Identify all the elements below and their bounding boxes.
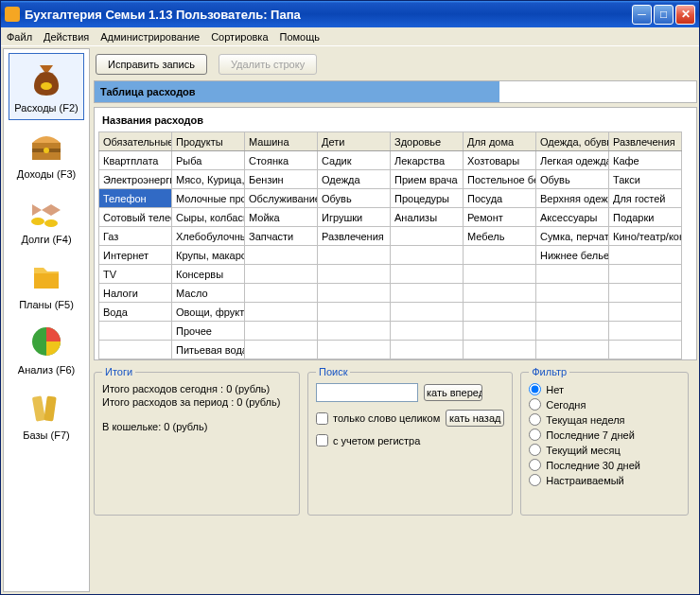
table-cell[interactable]: [391, 284, 464, 303]
search-input[interactable]: [316, 383, 418, 402]
delete-row-button[interactable]: Удалить строку: [219, 54, 317, 75]
menu-item-actions[interactable]: Действия: [44, 31, 89, 43]
nav-plans[interactable]: Планы (F5): [9, 251, 84, 316]
table-cell[interactable]: Рыба: [172, 151, 245, 170]
table-cell[interactable]: Сыры, колбасы: [172, 208, 245, 227]
table-cell[interactable]: Нижнее белье: [536, 246, 609, 265]
table-cell[interactable]: [464, 284, 536, 303]
table-cell[interactable]: Бензин: [245, 170, 318, 189]
table-cell[interactable]: [318, 341, 391, 359]
column-header[interactable]: Продукты: [172, 132, 245, 151]
table-cell[interactable]: [245, 246, 318, 265]
table-cell[interactable]: [464, 303, 536, 322]
table-cell[interactable]: [609, 303, 682, 322]
column-header[interactable]: Дети: [318, 132, 391, 151]
table-cell[interactable]: Аксессуары: [536, 208, 609, 227]
column-header[interactable]: Развлечения: [609, 132, 682, 151]
table-cell[interactable]: [536, 265, 609, 284]
table-cell[interactable]: Ремонт: [464, 208, 536, 227]
table-cell[interactable]: Масло: [172, 284, 245, 303]
maximize-button[interactable]: □: [654, 5, 674, 25]
table-cell[interactable]: [609, 284, 682, 303]
table-cell[interactable]: Развлечения: [318, 227, 391, 246]
minimize-button[interactable]: ─: [632, 5, 652, 25]
nav-debts[interactable]: Долги (F4): [9, 185, 84, 251]
column-header[interactable]: Одежда, обувь: [536, 132, 609, 151]
menu-item-file[interactable]: Файл: [7, 31, 32, 43]
column-header[interactable]: Здоровье: [391, 132, 464, 151]
table-cell[interactable]: Лекарства: [391, 151, 464, 170]
table-cell[interactable]: Питьевая вода: [172, 341, 245, 359]
search-forward-button[interactable]: кать вперед: [424, 384, 482, 401]
table-cell[interactable]: Кафе: [609, 151, 682, 170]
table-cell[interactable]: Интернет: [99, 246, 172, 265]
close-button[interactable]: ✕: [675, 5, 695, 25]
table-cell[interactable]: [391, 303, 464, 322]
table-cell[interactable]: [318, 265, 391, 284]
table-cell[interactable]: [609, 341, 682, 359]
table-cell[interactable]: [245, 284, 318, 303]
table-cell[interactable]: Процедуры: [391, 189, 464, 208]
table-cell[interactable]: Прием врача: [391, 170, 464, 189]
table-cell[interactable]: [99, 322, 172, 341]
table-cell[interactable]: [536, 284, 609, 303]
nav-databases[interactable]: Базы (F7): [9, 381, 84, 446]
table-cell[interactable]: Сотовый телефон: [99, 208, 172, 227]
table-cell[interactable]: [318, 322, 391, 341]
column-header[interactable]: Для дома: [464, 132, 536, 151]
table-cell[interactable]: Стоянка: [245, 151, 318, 170]
table-cell[interactable]: Телефон: [99, 189, 172, 208]
table-cell[interactable]: Одежда: [318, 170, 391, 189]
table-cell[interactable]: Игрушки: [318, 208, 391, 227]
table-cell[interactable]: Анализы: [391, 208, 464, 227]
filter-radio[interactable]: [529, 413, 541, 426]
table-cell[interactable]: Налоги: [99, 284, 172, 303]
table-cell[interactable]: [464, 246, 536, 265]
column-header[interactable]: Машина: [245, 132, 318, 151]
menu-item-sort[interactable]: Сортировка: [211, 31, 268, 43]
table-cell[interactable]: Молочные продукты: [172, 189, 245, 208]
table-cell[interactable]: [318, 246, 391, 265]
menu-item-help[interactable]: Помощь: [280, 31, 321, 43]
table-cell[interactable]: [609, 246, 682, 265]
filter-radio[interactable]: [529, 444, 541, 456]
table-cell[interactable]: [464, 265, 536, 284]
table-cell[interactable]: Электроэнергия: [99, 170, 172, 189]
nav-analysis[interactable]: Анализ (F6): [9, 316, 84, 381]
edit-record-button[interactable]: Исправить запись: [96, 54, 207, 75]
table-cell[interactable]: [391, 227, 464, 246]
table-cell[interactable]: Вода: [99, 303, 172, 322]
table-cell[interactable]: Мясо, Курица, Свинина: [172, 170, 245, 189]
table-cell[interactable]: Крупы, макароны: [172, 246, 245, 265]
table-cell[interactable]: Легкая одежда: [536, 151, 609, 170]
table-cell[interactable]: Обувь: [318, 189, 391, 208]
table-cell[interactable]: Квартплата: [99, 151, 172, 170]
filter-radio[interactable]: [529, 459, 541, 471]
filter-radio[interactable]: [529, 474, 541, 486]
table-cell[interactable]: [99, 341, 172, 359]
table-cell[interactable]: [464, 322, 536, 341]
table-cell[interactable]: [391, 341, 464, 359]
table-cell[interactable]: Посуда: [464, 189, 536, 208]
table-cell[interactable]: Сумка, перчатки: [536, 227, 609, 246]
nav-expenses[interactable]: Расходы (F2): [9, 53, 84, 120]
table-cell[interactable]: Запчасти: [245, 227, 318, 246]
expense-categories-table[interactable]: ОбязательныеПродуктыМашинаДетиЗдоровьеДл…: [98, 131, 682, 359]
match-case-checkbox[interactable]: [316, 434, 328, 446]
table-cell[interactable]: [536, 303, 609, 322]
table-cell[interactable]: [609, 265, 682, 284]
table-cell[interactable]: [245, 322, 318, 341]
table-cell[interactable]: Садик: [318, 151, 391, 170]
title-bar[interactable]: Бухгалтерия Семьи 1.13 Пользователь: Пап…: [1, 1, 699, 27]
nav-income[interactable]: Доходы (F3): [9, 120, 84, 185]
menu-item-admin[interactable]: Администрирование: [100, 31, 200, 43]
table-cell[interactable]: Обувь: [536, 170, 609, 189]
table-cell[interactable]: [536, 341, 609, 359]
search-backward-button[interactable]: кать назад: [446, 410, 504, 427]
table-cell[interactable]: Хлебобулочные: [172, 227, 245, 246]
table-cell[interactable]: [245, 265, 318, 284]
filter-radio[interactable]: [529, 383, 541, 395]
table-cell[interactable]: Обслуживание: [245, 189, 318, 208]
table-cell[interactable]: Консервы: [172, 265, 245, 284]
table-cell[interactable]: Верхняя одежда: [536, 189, 609, 208]
